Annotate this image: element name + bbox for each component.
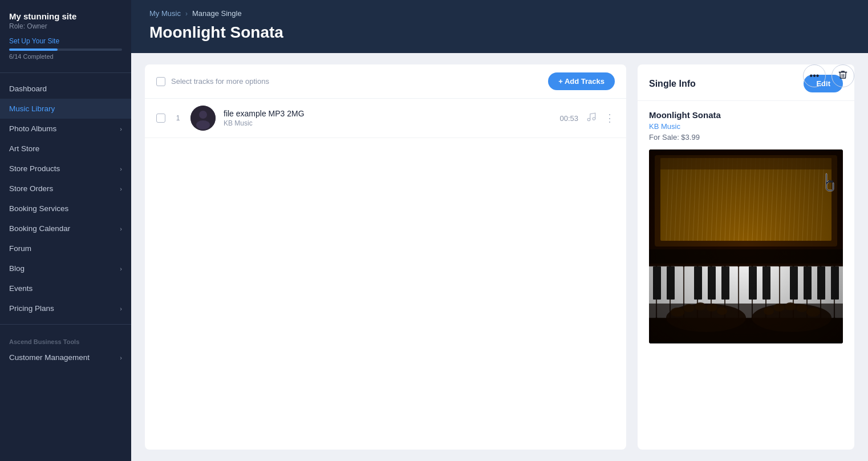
sidebar-item-events[interactable]: Events — [0, 278, 131, 298]
sidebar-item-customer-management[interactable]: Customer Management › — [0, 347, 131, 367]
progress-track — [9, 48, 122, 51]
sidebar-label-store-orders: Store Orders — [9, 184, 53, 193]
track-info: file example MP3 2MG KB Music — [224, 109, 542, 127]
sidebar-item-store-products[interactable]: Store Products › — [0, 159, 131, 179]
delete-button[interactable] — [832, 64, 854, 87]
svg-point-1 — [199, 111, 207, 119]
sidebar-label-customer-management: Customer Management — [9, 353, 90, 362]
sidebar-item-store-orders[interactable]: Store Orders › — [0, 179, 131, 199]
track-duration: 00:53 — [550, 114, 578, 123]
sidebar-item-pricing-plans[interactable]: Pricing Plans › — [0, 298, 131, 318]
trash-icon — [838, 70, 848, 82]
info-panel: Single Info Edit Moonlight Sonata KB Mus… — [638, 64, 854, 450]
tracks-panel: Select tracks for more options + Add Tra… — [145, 64, 626, 450]
ellipsis-icon: ••• — [810, 71, 820, 81]
sidebar-label-dashboard: Dashboard — [9, 84, 47, 93]
svg-point-2 — [196, 120, 210, 130]
add-tracks-button[interactable]: + Add Tracks — [548, 72, 615, 90]
sidebar-label-store-products: Store Products — [9, 164, 60, 173]
track-thumbnail — [190, 106, 216, 131]
sidebar-label-pricing-plans: Pricing Plans — [9, 304, 54, 313]
progress-fill — [9, 48, 58, 51]
sidebar-divider — [0, 72, 131, 73]
chevron-icon-store-orders: › — [120, 185, 122, 192]
sidebar-label-photo-albums: Photo Albums — [9, 124, 56, 133]
sidebar-item-dashboard[interactable]: Dashboard — [0, 79, 131, 99]
section-label-ascend: Ascend Business Tools — [0, 330, 131, 347]
more-options-button[interactable]: ••• — [803, 64, 826, 87]
sidebar-label-booking-calendar: Booking Calendar — [9, 224, 70, 233]
sidebar-label-art-store: Art Store — [9, 144, 39, 153]
sidebar-label-music-library: Music Library — [9, 104, 55, 113]
track-name: file example MP3 2MG — [224, 109, 542, 118]
track-checkbox[interactable] — [156, 114, 165, 123]
svg-rect-86 — [649, 149, 843, 343]
chevron-icon-customer-management: › — [120, 354, 122, 361]
sidebar-item-booking-calendar[interactable]: Booking Calendar › — [0, 219, 131, 238]
track-artist: KB Music — [224, 119, 542, 127]
tracks-toolbar: Select tracks for more options + Add Tra… — [145, 64, 626, 99]
track-avatar-svg — [190, 106, 216, 131]
breadcrumb-parent[interactable]: My Music — [149, 9, 181, 18]
track-more-button[interactable]: ⋮ — [605, 112, 615, 124]
chevron-icon-store-products: › — [120, 165, 122, 172]
site-name: My stunning site — [9, 11, 122, 21]
sidebar-item-forum[interactable]: Forum — [0, 238, 131, 258]
sidebar-item-music-library[interactable]: Music Library — [0, 99, 131, 119]
sidebar-item-booking-services[interactable]: Booking Services — [0, 199, 131, 219]
sidebar: My stunning site Role: Owner Set Up Your… — [0, 0, 131, 461]
piano-svg — [649, 149, 843, 343]
content-area: ••• Select tracks for more options — [131, 53, 868, 461]
top-header: My Music › Manage Single Moonlight Sonat… — [131, 0, 868, 53]
info-price: For Sale: $3.99 — [649, 133, 843, 141]
music-note-icon — [586, 112, 597, 124]
svg-point-3 — [587, 118, 590, 121]
svg-point-4 — [593, 118, 595, 120]
info-panel-title: Single Info — [649, 79, 696, 89]
select-label: Select tracks for more options — [171, 77, 269, 86]
info-body: Moonlight Sonata KB Music For Sale: $3.9… — [638, 101, 854, 353]
info-artist: KB Music — [649, 122, 843, 131]
setup-link[interactable]: Set Up Your Site — [9, 37, 122, 45]
breadcrumb: My Music › Manage Single — [149, 9, 850, 18]
select-all-checkbox[interactable] — [156, 77, 165, 86]
progress-label: 6/14 Completed — [9, 53, 122, 60]
sidebar-item-blog[interactable]: Blog › — [0, 258, 131, 278]
header-actions: ••• — [803, 64, 854, 87]
sidebar-divider-2 — [0, 324, 131, 325]
breadcrumb-separator: › — [185, 10, 188, 18]
site-role: Role: Owner — [9, 22, 122, 30]
chevron-icon-blog: › — [120, 265, 122, 272]
sidebar-label-blog: Blog — [9, 264, 25, 273]
sidebar-item-art-store[interactable]: Art Store — [0, 139, 131, 159]
sidebar-label-forum: Forum — [9, 244, 31, 253]
piano-image — [649, 149, 843, 343]
select-all-area: Select tracks for more options — [156, 77, 269, 86]
breadcrumb-current: Manage Single — [192, 9, 242, 18]
track-number: 1 — [173, 114, 182, 122]
info-song-name: Moonlight Sonata — [649, 110, 843, 120]
chevron-icon-booking-calendar: › — [120, 225, 122, 232]
table-row: 1 file example MP3 2MG KB Music 00:53 — [145, 99, 626, 138]
sidebar-label-events: Events — [9, 284, 33, 293]
chevron-icon-pricing-plans: › — [120, 305, 122, 312]
sidebar-header: My stunning site Role: Owner Set Up Your… — [0, 0, 131, 67]
page-title: Moonlight Sonata — [149, 23, 850, 42]
chevron-icon-photo-albums: › — [120, 126, 122, 132]
main-content: My Music › Manage Single Moonlight Sonat… — [131, 0, 868, 461]
sidebar-label-booking-services: Booking Services — [9, 204, 68, 213]
sidebar-item-photo-albums[interactable]: Photo Albums › — [0, 119, 131, 139]
